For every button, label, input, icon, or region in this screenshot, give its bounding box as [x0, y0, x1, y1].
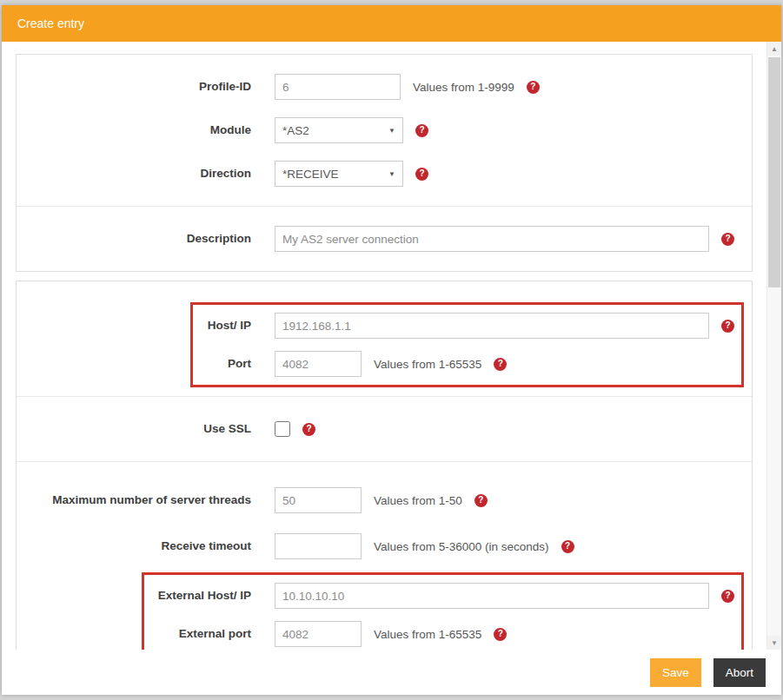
host-ip-label: Host/ IP: [193, 318, 251, 333]
external-port-label: External port: [144, 626, 251, 642]
scrollbar-thumb[interactable]: [768, 57, 780, 287]
receive-timeout-input[interactable]: [275, 533, 362, 559]
module-select[interactable]: *AS2 ▼: [275, 117, 403, 143]
identity-section: Profile-ID Values from 1-9999 ? Module *…: [17, 55, 752, 206]
field-row-external-host: External Host/ IP ?: [144, 577, 741, 615]
profile-id-hint: Values from 1-9999: [413, 81, 514, 94]
external-host-label: External Host/ IP: [144, 588, 251, 604]
port-input[interactable]: [275, 351, 362, 377]
port-label: Port: [193, 356, 251, 372]
help-icon[interactable]: ?: [415, 124, 428, 137]
help-icon[interactable]: ?: [527, 81, 540, 94]
module-select-value: *AS2: [282, 124, 309, 137]
external-port-hint: Values from 1-65535: [374, 628, 481, 641]
help-icon[interactable]: ?: [561, 540, 574, 553]
field-row-profile-id: Profile-ID Values from 1-9999 ?: [17, 65, 752, 109]
receive-timeout-label: Receive timeout: [17, 538, 251, 554]
help-icon[interactable]: ?: [474, 494, 488, 507]
modal-title: Create entry: [17, 17, 84, 30]
scroll-down-arrow-icon[interactable]: ▼: [767, 636, 781, 650]
help-icon[interactable]: ?: [721, 233, 734, 246]
chevron-down-icon: ▼: [388, 170, 395, 178]
create-entry-modal: Create entry Profile-ID Values from 1-99…: [2, 5, 781, 695]
description-input[interactable]: [275, 226, 709, 252]
field-row-description: Description ?: [17, 217, 752, 261]
direction-select[interactable]: *RECEIVE ▼: [275, 161, 403, 187]
abort-button[interactable]: Abort: [713, 658, 766, 687]
description-section: Description ?: [17, 206, 752, 271]
description-label: Description: [17, 231, 251, 247]
profile-id-input[interactable]: [275, 74, 401, 100]
profile-id-label: Profile-ID: [17, 79, 251, 95]
general-panel: Profile-ID Values from 1-9999 ? Module *…: [16, 54, 753, 272]
scroll-up-arrow-icon[interactable]: ▲: [767, 42, 781, 56]
help-icon[interactable]: ?: [494, 628, 507, 641]
module-label: Module: [17, 122, 251, 138]
field-row-use-ssl: Use SSL ?: [17, 407, 752, 451]
help-icon[interactable]: ?: [494, 358, 507, 371]
use-ssl-checkbox[interactable]: [275, 421, 290, 437]
external-highlight-box: External Host/ IP ? External port Values…: [142, 572, 744, 650]
field-row-port: Port Values from 1-65535 ?: [193, 345, 741, 383]
field-row-direction: Direction *RECEIVE ▼ ?: [17, 152, 752, 195]
max-threads-hint: Values from 1-50: [374, 494, 462, 507]
field-row-external-port: External port Values from 1-65535 ?: [144, 615, 741, 650]
save-button[interactable]: Save: [650, 658, 701, 687]
host-section: Host/ IP ? Port Values from 1-65535 ?: [17, 281, 752, 396]
max-threads-label: Maximum number of server threads: [17, 492, 251, 508]
help-icon[interactable]: ?: [721, 320, 734, 333]
host-highlight-box: Host/ IP ? Port Values from 1-65535 ?: [190, 302, 744, 387]
help-icon[interactable]: ?: [721, 590, 734, 603]
modal-header: Create entry: [2, 5, 781, 42]
vertical-scrollbar[interactable]: ▲ ▼: [766, 42, 781, 650]
ssl-section: Use SSL ?: [17, 396, 752, 461]
max-threads-input[interactable]: [275, 487, 362, 513]
modal-body: Profile-ID Values from 1-9999 ? Module *…: [2, 42, 766, 650]
help-icon[interactable]: ?: [415, 168, 428, 181]
help-icon[interactable]: ?: [302, 423, 315, 436]
port-hint: Values from 1-65535: [374, 358, 481, 371]
advanced-section: Maximum number of server threads Values …: [17, 461, 752, 650]
host-ip-input[interactable]: [275, 313, 709, 339]
external-host-input[interactable]: [275, 583, 709, 609]
direction-label: Direction: [17, 166, 251, 182]
chevron-down-icon: ▼: [388, 127, 395, 135]
connection-panel: Host/ IP ? Port Values from 1-65535 ?: [16, 281, 753, 650]
field-row-receive-timeout: Receive timeout Values from 5-36000 (in …: [17, 525, 752, 568]
external-port-input[interactable]: [275, 621, 362, 647]
direction-select-value: *RECEIVE: [282, 168, 339, 181]
field-row-max-threads: Maximum number of server threads Values …: [17, 476, 752, 525]
modal-footer: Save Abort: [2, 650, 781, 695]
field-row-host-ip: Host/ IP ?: [193, 307, 741, 345]
use-ssl-label: Use SSL: [17, 421, 251, 437]
field-row-module: Module *AS2 ▼ ?: [17, 109, 752, 152]
receive-timeout-hint: Values from 5-36000 (in seconds): [374, 540, 549, 553]
